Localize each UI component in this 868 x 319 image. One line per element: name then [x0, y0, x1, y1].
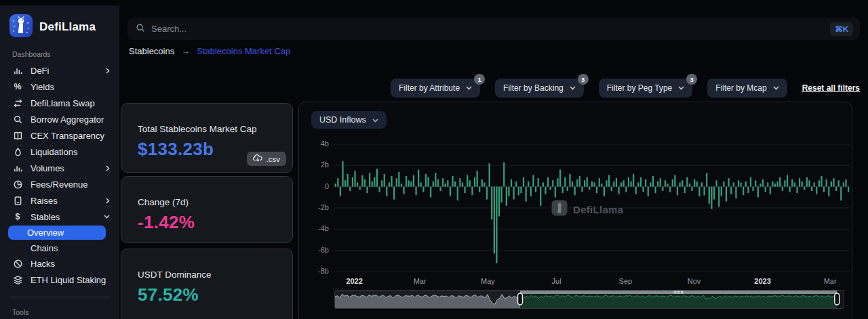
sidebar: DefiLlama DashboardsDeFi%YieldsDefiLlama… — [0, 5, 119, 319]
sidebar-item-volumes[interactable]: Volumes — [0, 160, 119, 176]
filter-button-filter-by-backing[interactable]: Filter by Backing3 — [495, 79, 584, 98]
series-selector-dropdown[interactable]: USD Inflows — [311, 111, 387, 129]
brand-name: DefiLlama — [39, 20, 96, 34]
watermark-llama-icon — [551, 200, 568, 219]
y-axis-tick: -4b — [299, 224, 329, 232]
book-icon — [12, 130, 23, 141]
sidebar-item-raises[interactable]: Raises — [0, 192, 119, 209]
swap-icon — [12, 98, 23, 108]
sidebar-item-label: DeFi — [31, 66, 49, 76]
sidebar-item-label: DefiLlama Swap — [31, 98, 95, 108]
csv-label: .csv — [267, 155, 280, 163]
sidebar-divider — [9, 297, 110, 297]
sidebar-item-fees-revenue[interactable]: Fees/Revenue — [0, 176, 119, 192]
usdt-dominance-value: 57.52% — [138, 284, 292, 305]
stat-label: Total Stablecoins Market Cap — [138, 124, 292, 134]
filter-count-badge: 3 — [686, 74, 697, 85]
stat-label: USDT Dominance — [138, 270, 292, 280]
filter-button-label: Filter by Mcap — [715, 83, 766, 93]
bar-chart-icon — [12, 65, 23, 76]
sidebar-item-borrow-aggregator[interactable]: Borrow Aggregator — [0, 111, 119, 127]
filter-buttons: Filter by Attribute1Filter by Backing3Fi… — [391, 79, 787, 98]
sidebar-item-label: Fees/Revenue — [31, 179, 88, 190]
sidebar-item-defi[interactable]: DeFi — [0, 62, 119, 79]
filter-button-filter-by-mcap[interactable]: Filter by Mcap — [707, 79, 787, 98]
filter-button-label: Filter by Peg Type — [607, 83, 673, 93]
percent-icon: % — [12, 81, 23, 92]
sidebar-item-label: Yields — [31, 82, 54, 92]
chevron-right-icon — [106, 165, 110, 171]
sidebar-item-hacks[interactable]: Hacks — [0, 255, 119, 272]
x-axis-tick: Nov — [672, 277, 715, 285]
filter-button-filter-by-peg-type[interactable]: Filter by Peg Type3 — [599, 79, 693, 98]
sidebar-item-yields[interactable]: %Yields — [0, 79, 119, 95]
chevron-down-icon — [773, 86, 779, 90]
sidebar-item-label: ETH Liquid Staking — [31, 275, 106, 285]
series-selector-label: USD Inflows — [319, 115, 366, 125]
breadcrumb: Stablecoins → Stablecoins Market Cap — [129, 46, 290, 56]
x-axis-tick: Mar — [808, 277, 852, 285]
sidebar-item-overview[interactable]: Overview — [8, 226, 106, 240]
chevron-down-icon — [466, 86, 472, 90]
y-axis-tick: -8b — [299, 267, 329, 275]
sidebar-item-liquidations[interactable]: Liquidations — [0, 144, 119, 160]
layers-icon — [12, 274, 23, 285]
keyboard-shortcut-badge: ⌘K — [830, 22, 853, 36]
y-axis-tick: 4b — [299, 140, 329, 148]
sidebar-item-label: Raises — [31, 196, 58, 206]
sidebar-item-label: Liquidations — [31, 147, 77, 157]
breadcrumb-parent[interactable]: Stablecoins — [129, 46, 174, 56]
slash-circle-icon — [12, 258, 23, 269]
chevron-right-icon — [106, 68, 110, 74]
filters-row: Filter by Attribute1Filter by Backing3Fi… — [391, 79, 860, 98]
x-axis-tick: May — [466, 277, 509, 285]
breadcrumb-current-link[interactable]: Stablecoins Market Cap — [197, 46, 290, 56]
chevron-right-icon — [106, 198, 110, 204]
filter-button-label: Filter by Backing — [503, 83, 564, 93]
search-input[interactable] — [151, 24, 830, 34]
search-bar[interactable]: ⌘K — [127, 18, 860, 40]
sidebar-section-label: Dashboards — [12, 50, 119, 58]
sidebar-item-label: Hacks — [31, 259, 55, 269]
sidebar-item-label: Borrow Aggregator — [31, 114, 104, 125]
sidebar-item-label: CEX Transparency — [31, 131, 104, 141]
sidebar-item-eth-liquid-staking[interactable]: ETH Liquid Staking — [0, 272, 119, 288]
x-axis-tick: 2023 — [741, 277, 785, 285]
sidebar-item-cex-transparency[interactable]: CEX Transparency — [0, 127, 119, 144]
stat-label: Change (7d) — [138, 197, 292, 207]
dollar-icon: $ — [12, 211, 23, 222]
droplet-icon — [12, 146, 23, 157]
y-axis-tick: 0 — [299, 182, 329, 190]
chevron-down-icon — [678, 86, 684, 90]
chart-brush[interactable] — [334, 290, 844, 309]
y-axis-tick: -2b — [299, 203, 329, 211]
sidebar-nav: DashboardsDeFi%YieldsDefiLlama SwapBorro… — [0, 50, 119, 316]
change-7d-value: -1.42% — [138, 212, 292, 233]
sidebar-item-defillama-swap[interactable]: DefiLlama Swap — [0, 95, 119, 111]
x-axis-tick: Sep — [604, 277, 647, 285]
defillama-logo-icon — [9, 14, 33, 41]
breadcrumb-arrow-icon: → — [181, 46, 190, 56]
sidebar-item-label: Volumes — [31, 163, 64, 173]
sidebar-section-label: Tools — [12, 308, 119, 316]
filter-button-label: Filter by Attribute — [399, 83, 460, 93]
doc-icon — [12, 195, 23, 206]
x-axis-tick: Mar — [398, 277, 441, 285]
download-csv-button[interactable]: .csv — [247, 152, 286, 166]
brand[interactable]: DefiLlama — [0, 5, 119, 39]
sidebar-item-stables[interactable]: $Stables — [0, 209, 119, 225]
chevron-down-icon — [570, 86, 576, 90]
sidebar-item-label: Stables — [31, 212, 60, 222]
chevron-down-icon — [372, 115, 378, 125]
x-axis-tick: Jul — [535, 277, 578, 285]
chevron-down-icon — [104, 215, 110, 219]
change-7d-card: Change (7d) -1.42% — [121, 176, 293, 243]
usdt-dominance-card: USDT Dominance 57.52% — [121, 249, 293, 319]
inflows-chart-panel: USD Inflows 4b2b0-2b-4b-6b-8b DefiLlama … — [298, 102, 852, 319]
x-axis-tick: 2022 — [333, 277, 376, 285]
reset-all-filters-link[interactable]: Reset all filters — [802, 83, 860, 93]
download-cloud-icon — [253, 154, 262, 163]
sidebar-item-chains[interactable]: Chains — [0, 240, 119, 255]
filter-button-filter-by-attribute[interactable]: Filter by Attribute1 — [391, 79, 480, 98]
chart-watermark: DefiLlama — [551, 200, 623, 219]
